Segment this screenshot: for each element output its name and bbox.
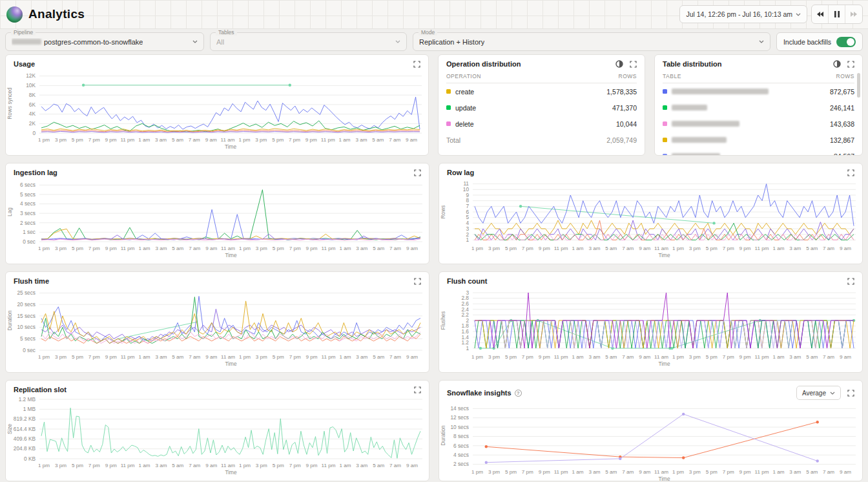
svg-text:1 am: 1 am xyxy=(139,463,150,468)
svg-text:1 pm: 1 pm xyxy=(38,463,50,468)
svg-text:5 pm: 5 pm xyxy=(72,246,83,251)
table-distribution-table: TABLEROWS 872,675246,141143,638132,86784… xyxy=(655,69,862,156)
svg-text:9 pm: 9 pm xyxy=(306,463,318,468)
row-lag-card: Row lag 12345678910111 pm3 pm5 pm7 pm9 p… xyxy=(439,163,863,264)
expand-icon[interactable] xyxy=(847,169,854,176)
svg-text:7 am: 7 am xyxy=(622,354,634,360)
svg-text:11 pm: 11 pm xyxy=(322,463,336,468)
expand-icon[interactable] xyxy=(414,386,421,393)
svg-text:3 pm: 3 pm xyxy=(256,246,267,251)
app-logo-icon xyxy=(6,6,23,23)
svg-text:3 am: 3 am xyxy=(789,354,801,360)
svg-text:3 am: 3 am xyxy=(588,469,600,475)
svg-text:7 am: 7 am xyxy=(823,354,834,360)
svg-text:5: 5 xyxy=(466,214,469,220)
svg-text:3 am: 3 am xyxy=(789,246,801,251)
svg-text:1.2: 1.2 xyxy=(461,339,469,346)
help-icon[interactable]: ? xyxy=(515,390,522,397)
svg-text:8 secs: 8 secs xyxy=(453,433,469,439)
svg-text:3 am: 3 am xyxy=(155,463,167,468)
svg-text:7 am: 7 am xyxy=(189,137,200,143)
svg-text:6 secs: 6 secs xyxy=(20,182,36,188)
mode-label: Mode xyxy=(418,29,437,36)
expand-icon[interactable] xyxy=(630,61,637,68)
table-row: 872,675 xyxy=(663,83,854,100)
pie-chart-toggle-icon[interactable] xyxy=(615,60,623,68)
svg-text:5 am: 5 am xyxy=(806,469,818,475)
expand-icon[interactable] xyxy=(414,278,421,285)
svg-text:5 pm: 5 pm xyxy=(273,246,284,251)
scrollbar[interactable] xyxy=(857,73,860,98)
tables-select[interactable]: Tables All xyxy=(210,32,407,51)
date-range-selector[interactable]: Jul 14, 12:26 pm - Jul 16, 10:13 am xyxy=(679,5,807,23)
mode-select[interactable]: Mode Replication + History xyxy=(413,32,770,51)
svg-text:11 pm: 11 pm xyxy=(755,354,769,360)
pipeline-select[interactable]: Pipeline postgres-common-to-snowflake xyxy=(5,32,204,51)
svg-text:3 am: 3 am xyxy=(356,246,367,251)
flush-time-chart[interactable]: 0 sec5 secs10 secs15 secs20 secs25 secs1… xyxy=(6,286,429,368)
svg-text:1 pm: 1 pm xyxy=(38,354,50,360)
fast-forward-button[interactable] xyxy=(845,5,862,23)
flush-time-title: Flush time xyxy=(14,277,49,285)
svg-text:3: 3 xyxy=(466,225,469,232)
include-backfills-toggle[interactable]: Include backfills xyxy=(776,32,863,51)
svg-text:10K: 10K xyxy=(26,82,36,89)
aggregation-select[interactable]: Average xyxy=(796,386,841,400)
usage-chart[interactable]: 02K4K6K8K10K12K1 pm3 pm5 pm7 pm9 pm11 pm… xyxy=(6,69,428,151)
svg-text:7 pm: 7 pm xyxy=(522,246,533,251)
expand-icon[interactable] xyxy=(847,278,854,285)
snowflake-insights-chart[interactable]: 2 secs4 secs6 secs8 secs10 secs12 secs14… xyxy=(439,401,862,481)
svg-text:3 am: 3 am xyxy=(155,354,167,360)
svg-text:5 am: 5 am xyxy=(372,137,384,143)
ingestion-lag-chart[interactable]: 0 sec1 sec2 secs3 secs4 secs5 secs6 secs… xyxy=(6,178,429,259)
svg-text:204.8 KB: 204.8 KB xyxy=(14,445,36,452)
pause-button[interactable] xyxy=(829,5,845,23)
svg-text:2: 2 xyxy=(466,317,469,324)
svg-text:3 am: 3 am xyxy=(356,463,367,468)
svg-text:5 pm: 5 pm xyxy=(505,246,517,251)
snowflake-insights-title: Snowflake insights xyxy=(447,389,512,397)
expand-icon[interactable] xyxy=(413,61,420,68)
svg-text:9 pm: 9 pm xyxy=(306,354,318,360)
svg-text:7 am: 7 am xyxy=(389,354,401,360)
svg-text:11 pm: 11 pm xyxy=(121,354,135,360)
svg-text:3 pm: 3 pm xyxy=(55,137,67,143)
ingestion-lag-card: Ingestion lag 0 sec1 sec2 secs3 secs4 se… xyxy=(5,163,429,264)
svg-text:5 am: 5 am xyxy=(172,463,183,468)
table-row: 132,867 xyxy=(663,132,854,148)
operation-column-header: OPERATION xyxy=(446,73,481,79)
svg-text:5 pm: 5 pm xyxy=(505,469,517,475)
expand-icon[interactable] xyxy=(847,390,854,397)
svg-text:1 pm: 1 pm xyxy=(38,137,50,143)
flush-count-chart[interactable]: 11.21.41.61.822.22.42.62.831 pm3 pm5 pm7… xyxy=(439,286,862,368)
time-step-controls xyxy=(811,5,863,24)
pie-chart-toggle-icon[interactable] xyxy=(833,60,841,68)
total-row: Total2,059,749 xyxy=(446,132,637,148)
svg-text:11 am: 11 am xyxy=(654,246,668,251)
svg-text:1 pm: 1 pm xyxy=(239,354,251,360)
rewind-button[interactable] xyxy=(812,5,829,23)
row-lag-chart[interactable]: 12345678910111 pm3 pm5 pm7 pm9 pm11 pm1 … xyxy=(439,178,862,259)
svg-text:3 pm: 3 pm xyxy=(689,246,701,251)
svg-text:5 am: 5 am xyxy=(373,354,384,360)
svg-text:9 am: 9 am xyxy=(639,246,650,251)
svg-text:7 am: 7 am xyxy=(189,246,200,251)
svg-text:2: 2 xyxy=(466,231,469,238)
svg-text:Time: Time xyxy=(225,143,237,150)
expand-icon[interactable] xyxy=(414,169,421,176)
flush-count-card: Flush count 11.21.41.61.822.22.42.62.831… xyxy=(439,271,863,373)
svg-text:11 pm: 11 pm xyxy=(322,354,336,360)
svg-text:5 pm: 5 pm xyxy=(72,354,83,360)
svg-text:1 am: 1 am xyxy=(339,246,351,251)
svg-text:409.6 KB: 409.6 KB xyxy=(14,435,36,442)
replication-slot-chart[interactable]: 0 KB204.8 KB409.6 KB614.4 KB819.2 KB1 MB… xyxy=(6,395,429,476)
chevron-down-icon xyxy=(759,40,764,43)
svg-text:7 am: 7 am xyxy=(189,463,200,468)
svg-text:5 am: 5 am xyxy=(172,354,183,360)
expand-icon[interactable] xyxy=(847,61,854,68)
redacted-table-name xyxy=(672,121,739,127)
svg-text:9 am: 9 am xyxy=(840,354,851,360)
svg-text:Time: Time xyxy=(658,476,670,481)
svg-text:7 pm: 7 pm xyxy=(289,354,301,360)
svg-text:5 am: 5 am xyxy=(373,463,384,468)
